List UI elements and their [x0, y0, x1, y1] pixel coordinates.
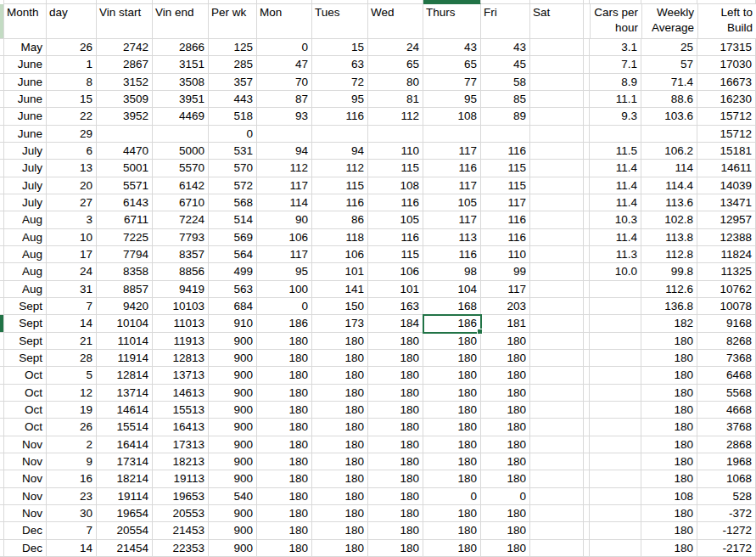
cell-thurs[interactable]: 180 [423, 333, 481, 350]
header-cell-sat[interactable]: Sat [530, 4, 584, 39]
cell-cars-per-hour[interactable]: 10.0 [590, 263, 641, 280]
cell-month[interactable]: Nov [4, 453, 47, 470]
cell-month[interactable]: May [4, 39, 47, 56]
cell-vin-end[interactable]: 4469 [153, 108, 209, 125]
cell-wed[interactable]: 112 [368, 108, 423, 125]
cell-wed[interactable]: 184 [368, 315, 423, 332]
cell-spacer[interactable] [584, 56, 590, 73]
cell-day[interactable]: 7 [47, 298, 97, 315]
cell-per-wk[interactable]: 900 [209, 350, 257, 367]
cell-fri[interactable]: 180 [481, 333, 530, 350]
cell-vin-end[interactable]: 11913 [153, 333, 209, 350]
cell-mon[interactable]: 180 [257, 505, 312, 522]
cell-spacer[interactable] [584, 263, 590, 280]
cell-thurs[interactable]: 180 [423, 402, 481, 419]
cell-fri[interactable]: 180 [481, 402, 530, 419]
cell-day[interactable]: 26 [47, 39, 97, 56]
cell-spacer[interactable] [584, 540, 590, 557]
cell-fri[interactable]: 117 [481, 281, 530, 298]
cell-cars-per-hour[interactable] [590, 315, 641, 332]
cell-tues[interactable]: 180 [312, 419, 368, 436]
cell-weekly-average[interactable]: 112.8 [641, 246, 697, 263]
cell-vin-end[interactable]: 7793 [153, 229, 209, 246]
cell-tues[interactable]: 173 [312, 315, 368, 332]
cell-month[interactable]: Aug [4, 263, 47, 280]
cell-spacer[interactable] [584, 91, 590, 108]
cell-spacer[interactable] [584, 350, 590, 367]
cell-mon[interactable]: 180 [257, 436, 312, 453]
cell-day[interactable]: 30 [47, 505, 97, 522]
cell-weekly-average[interactable]: 108 [641, 488, 697, 505]
cell-vin-start[interactable]: 7794 [97, 246, 153, 263]
cell-vin-start[interactable]: 5001 [97, 160, 153, 177]
cell-per-wk[interactable]: 563 [209, 281, 257, 298]
cell-vin-end[interactable]: 6710 [153, 194, 209, 211]
cell-weekly-average[interactable]: 180 [641, 540, 697, 557]
cell-vin-end[interactable]: 18213 [153, 453, 209, 470]
cell-thurs[interactable]: 65 [423, 56, 481, 73]
cell-cars-per-hour[interactable] [590, 402, 641, 419]
cell-month[interactable]: Aug [4, 281, 47, 298]
cell-vin-start[interactable]: 2867 [97, 56, 153, 73]
cell-per-wk[interactable]: 569 [209, 229, 257, 246]
cell-cars-per-hour[interactable] [590, 298, 641, 315]
cell-sat[interactable] [530, 74, 584, 91]
cell-day[interactable]: 14 [47, 315, 97, 332]
cell-cars-per-hour[interactable] [590, 333, 641, 350]
cell-mon[interactable]: 117 [257, 246, 312, 263]
cell-spacer[interactable] [584, 453, 590, 470]
cell-tues[interactable]: 180 [312, 488, 368, 505]
cell-thurs[interactable]: 168 [423, 298, 481, 315]
cell-mon[interactable]: 180 [257, 540, 312, 557]
cell-tues[interactable]: 180 [312, 505, 368, 522]
cell-per-wk[interactable]: 900 [209, 436, 257, 453]
cell-cars-per-hour[interactable] [590, 522, 641, 539]
cell-mon[interactable]: 90 [257, 211, 312, 228]
cell-spacer[interactable] [584, 436, 590, 453]
cell-wed[interactable]: 180 [368, 350, 423, 367]
cell-spacer[interactable] [584, 488, 590, 505]
cell-thurs[interactable] [423, 126, 481, 143]
cell-month[interactable]: Dec [4, 540, 47, 557]
cell-weekly-average[interactable]: 136.8 [641, 298, 697, 315]
cell-spacer[interactable] [584, 177, 590, 194]
cell-wed[interactable]: 116 [368, 194, 423, 211]
cell-month[interactable]: Sept [4, 298, 47, 315]
cell-fri[interactable]: 180 [481, 540, 530, 557]
cell-sat[interactable] [530, 177, 584, 194]
cell-vin-start[interactable]: 9420 [97, 298, 153, 315]
cell-weekly-average[interactable]: 57 [641, 56, 697, 73]
cell-vin-end[interactable]: 20553 [153, 505, 209, 522]
cell-month[interactable]: June [4, 74, 47, 91]
cell-vin-end[interactable]: 3508 [153, 74, 209, 91]
cell-thurs[interactable]: 117 [423, 177, 481, 194]
cell-weekly-average[interactable]: 180 [641, 367, 697, 384]
header-cell-weekly-average[interactable]: WeeklyAverage [642, 4, 698, 39]
cell-thurs[interactable]: 180 [423, 540, 481, 557]
cell-tues[interactable]: 95 [312, 91, 368, 108]
cell-cars-per-hour[interactable]: 3.1 [590, 39, 641, 56]
cell-per-wk[interactable]: 900 [209, 505, 257, 522]
cell-thurs[interactable]: 180 [423, 419, 481, 436]
cell-vin-end[interactable]: 11013 [153, 315, 209, 332]
cell-wed[interactable]: 180 [368, 522, 423, 539]
cell-weekly-average[interactable]: 180 [641, 419, 697, 436]
cell-fri[interactable]: 116 [481, 229, 530, 246]
cell-day[interactable]: 23 [47, 488, 97, 505]
cell-tues[interactable]: 106 [312, 246, 368, 263]
cell-cars-per-hour[interactable] [590, 470, 641, 487]
cell-tues[interactable]: 150 [312, 298, 368, 315]
cell-thurs[interactable]: 113 [423, 229, 481, 246]
cell-weekly-average[interactable]: 25 [641, 39, 697, 56]
cell-spacer[interactable] [584, 108, 590, 125]
cell-weekly-average[interactable]: 103.6 [641, 108, 697, 125]
cell-day[interactable]: 16 [47, 470, 97, 487]
cell-vin-start[interactable]: 19114 [97, 488, 153, 505]
cell-spacer[interactable] [584, 211, 590, 228]
cell-day[interactable]: 26 [47, 419, 97, 436]
cell-wed[interactable] [368, 126, 423, 143]
cell-tues[interactable]: 118 [312, 229, 368, 246]
cell-vin-start[interactable]: 2742 [97, 39, 153, 56]
cell-vin-end[interactable]: 3151 [153, 56, 209, 73]
cell-left-to-build[interactable]: 11824 [697, 246, 756, 263]
